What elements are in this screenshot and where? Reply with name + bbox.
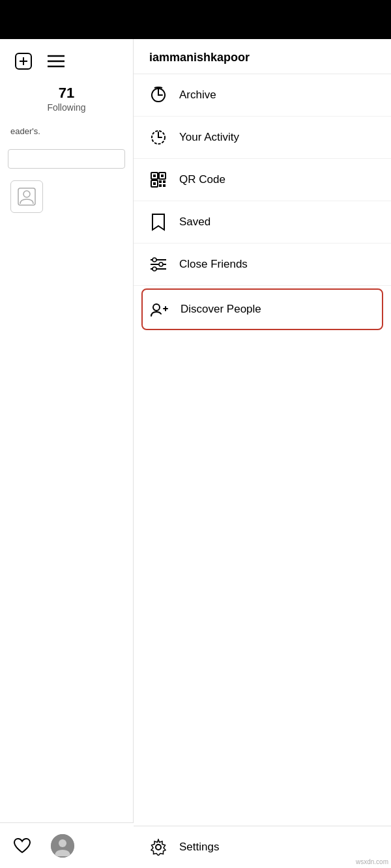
- hamburger-menu-icon[interactable]: [46, 51, 66, 72]
- svg-point-27: [153, 304, 160, 311]
- user-avatar[interactable]: [51, 834, 74, 858]
- menu-item-settings[interactable]: Settings: [134, 826, 391, 868]
- following-count: 71: [0, 85, 133, 102]
- svg-rect-18: [163, 180, 166, 183]
- menu-item-qr-code[interactable]: QR Code: [134, 159, 391, 201]
- following-section: 71 Following: [0, 78, 133, 119]
- search-bar[interactable]: [8, 149, 125, 169]
- friends-icon: [149, 255, 167, 273]
- top-icons-row: [0, 39, 133, 78]
- user-avatar-placeholder: [10, 180, 43, 213]
- saved-icon: [149, 213, 167, 231]
- saved-label: Saved: [179, 216, 210, 229]
- menu-item-discover-people[interactable]: Discover People: [141, 288, 383, 330]
- menu-username: iammanishkapoor: [134, 39, 391, 74]
- svg-point-30: [156, 845, 161, 850]
- svg-point-25: [159, 262, 163, 266]
- archive-icon: [149, 86, 167, 104]
- qr-code-label: QR Code: [179, 173, 225, 186]
- archive-label: Archive: [179, 89, 216, 102]
- discover-people-label: Discover People: [181, 303, 261, 316]
- svg-rect-20: [163, 184, 166, 187]
- left-panel: 71 Following eader's.: [0, 39, 134, 868]
- heart-icon[interactable]: [13, 837, 31, 854]
- svg-rect-16: [153, 182, 156, 185]
- svg-point-26: [152, 267, 156, 271]
- discover-icon: [151, 300, 169, 318]
- your-activity-label: Your Activity: [179, 131, 239, 144]
- close-friends-label: Close Friends: [179, 258, 248, 271]
- svg-point-24: [152, 258, 156, 262]
- activity-icon: [149, 128, 167, 147]
- settings-label: Settings: [179, 841, 219, 854]
- svg-point-7: [23, 191, 30, 197]
- svg-point-9: [59, 839, 66, 847]
- reader-text: eader's.: [0, 119, 133, 144]
- svg-rect-19: [159, 184, 162, 187]
- watermark: wsxdn.com: [356, 858, 388, 865]
- menu-item-archive[interactable]: Archive: [134, 74, 391, 117]
- qr-icon: [149, 171, 167, 189]
- menu-item-your-activity[interactable]: Your Activity: [134, 117, 391, 159]
- menu-item-saved[interactable]: Saved: [134, 201, 391, 244]
- bottom-nav: [0, 822, 134, 868]
- following-label: Following: [47, 102, 85, 113]
- top-status-bar: [0, 0, 391, 39]
- menu-item-close-friends[interactable]: Close Friends: [134, 244, 391, 286]
- svg-rect-14: [161, 175, 164, 177]
- right-panel-menu: iammanishkapoor Archive Your Activity: [134, 39, 391, 868]
- svg-rect-12: [153, 175, 156, 177]
- svg-rect-17: [159, 180, 162, 183]
- add-post-icon[interactable]: [13, 51, 34, 72]
- settings-icon: [149, 838, 167, 856]
